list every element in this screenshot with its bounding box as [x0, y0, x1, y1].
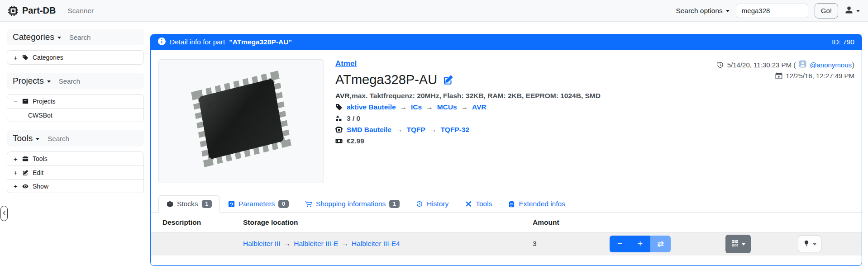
manufacturer-link[interactable]: Atmel — [335, 59, 357, 68]
storage-location-link[interactable]: Halbleiter III-E — [294, 240, 338, 248]
tree-item-tools[interactable]: + Tools — [7, 152, 143, 166]
tab-tools[interactable]: Tools — [457, 195, 500, 212]
stock-amount-value: 3 / 0 — [347, 114, 360, 123]
app-brand[interactable]: Part-DB — [8, 5, 56, 16]
category-breadcrumb: aktive Bauteile ICs MCUs AVR — [347, 103, 486, 111]
expand-toggle[interactable]: + — [13, 155, 18, 163]
box-icon — [167, 201, 173, 208]
shapes-icon — [335, 115, 343, 122]
tools-search-input[interactable] — [48, 135, 97, 142]
chevron-down-icon — [742, 243, 745, 246]
category-line: aktive Bauteile ICs MCUs AVR — [335, 103, 673, 111]
part-name-title: ATmega328P-AU — [335, 72, 437, 87]
user-menu-dropdown[interactable] — [844, 5, 860, 16]
collapse-toggle-minus[interactable]: − — [13, 98, 18, 105]
label-qr-dropdown-button[interactable] — [725, 235, 751, 253]
tools-tree: + Tools + Edit + Show — [7, 151, 144, 193]
archive-icon — [22, 98, 29, 104]
category-link[interactable]: ICs — [411, 103, 422, 111]
arrow-right-icon — [391, 126, 407, 134]
footprint-link[interactable]: TQFP — [407, 126, 425, 134]
projects-search-input[interactable] — [59, 77, 109, 85]
expand-toggle[interactable]: + — [13, 54, 18, 61]
stocks-table: Description Storage location Amount Halb… — [151, 213, 862, 255]
stock-row: Halbleiter III Halbleiter III-E Halbleit… — [151, 232, 862, 255]
cpu-logo-icon — [8, 6, 18, 16]
part-image[interactable] — [158, 59, 324, 183]
categories-panel-header: Categories — [7, 29, 144, 45]
footprint-link[interactable]: SMD Bauteile — [347, 126, 391, 134]
eye-icon — [22, 183, 29, 189]
storage-location-link[interactable]: Halbleiter III-E4 — [352, 240, 400, 248]
header-part-name: "ATmega328P-AU" — [229, 38, 291, 46]
table-header-row: Description Storage location Amount — [151, 213, 862, 232]
info-icon — [158, 38, 166, 47]
tools-title: Tools — [13, 133, 33, 143]
edit-icon — [22, 170, 29, 176]
arrow-right-icon — [338, 240, 352, 248]
price-value: €2.99 — [347, 137, 364, 145]
expand-toggle[interactable]: + — [13, 182, 18, 190]
footprint-line: SMD Bauteile TQFP TQFP-32 — [335, 126, 673, 134]
tree-item-projects[interactable]: − Projects — [7, 95, 143, 108]
tab-extended-infos[interactable]: Extended infos — [500, 195, 573, 212]
tools-mode-dropdown[interactable]: Tools — [13, 133, 39, 143]
tab-parameters[interactable]: Parameters 0 — [220, 195, 297, 212]
last-modified-value: 5/14/20, 11:30:23 PM ( — [727, 61, 796, 69]
modified-user-link[interactable]: @anonymous — [810, 61, 852, 69]
add-stock-button[interactable]: + — [630, 236, 650, 252]
storage-location-link[interactable]: Halbleiter III — [243, 240, 281, 248]
tree-item-cwsbot[interactable]: CWSBot — [7, 108, 143, 122]
move-stock-button[interactable] — [650, 236, 671, 252]
qr-code-icon — [731, 240, 739, 248]
tab-shopping-informations[interactable]: Shopping informations 1 — [297, 195, 408, 212]
part-tabs: Stocks 1 Parameters 0 Shopping informati… — [151, 195, 862, 213]
global-search-input[interactable] — [736, 4, 808, 18]
banknote-icon — [335, 137, 343, 145]
tree-item-categories[interactable]: + Categories — [7, 51, 143, 64]
chevron-left-icon — [2, 210, 6, 217]
footprint-link[interactable]: TQFP-32 — [440, 126, 469, 134]
footprint-breadcrumb: SMD Bauteile TQFP TQFP-32 — [347, 126, 469, 134]
categories-search-input[interactable] — [69, 33, 119, 41]
header-text: Detail info for part — [170, 38, 225, 46]
categories-mode-dropdown[interactable]: Categories — [13, 32, 61, 42]
edit-part-button[interactable] — [443, 75, 453, 85]
chevron-down-icon — [47, 80, 51, 83]
category-link[interactable]: AVR — [472, 103, 486, 111]
toolbox-icon — [22, 156, 29, 162]
part-detail-header: Detail info for part "ATmega328P-AU" ID:… — [151, 34, 862, 50]
tree-item-label: CWSBot — [28, 112, 52, 119]
tab-history[interactable]: History — [408, 195, 457, 212]
column-amount: Amount — [528, 213, 605, 232]
arrow-right-icon — [425, 126, 441, 134]
tab-label: Parameters — [238, 200, 275, 208]
tab-label: Tools — [476, 200, 492, 208]
tree-item-show[interactable]: + Show — [7, 179, 143, 193]
last-modified-paren: ) — [852, 61, 854, 69]
quantity-button-group: − + — [610, 236, 671, 252]
sidebar-collapse-button[interactable] — [0, 206, 8, 221]
lightbulb-icon — [803, 240, 810, 248]
nav-scanner-link[interactable]: Scanner — [67, 7, 94, 15]
chip-photo — [167, 65, 316, 178]
tab-label: Stocks — [177, 200, 198, 208]
column-storage-location: Storage location — [238, 213, 528, 232]
withdraw-stock-button[interactable]: − — [610, 236, 630, 252]
expand-toggle[interactable]: + — [13, 169, 18, 176]
led-locate-dropdown-button[interactable] — [798, 236, 821, 252]
search-go-button[interactable]: Go! — [815, 3, 838, 19]
tree-item-edit[interactable]: + Edit — [7, 166, 143, 179]
tab-stocks[interactable]: Stocks 1 — [158, 195, 220, 213]
tab-label: Shopping informations — [316, 200, 386, 208]
category-link[interactable]: MCUs — [437, 103, 457, 111]
top-navbar: Part-DB Scanner Search options Go! — [0, 0, 868, 22]
category-link[interactable]: aktive Bauteile — [347, 103, 396, 111]
app-title: Part-DB — [22, 5, 56, 16]
last-modified-line: 5/14/20, 11:30:23 PM ( @anonymous ) — [673, 60, 854, 69]
search-options-dropdown[interactable]: Search options — [676, 7, 729, 15]
column-description: Description — [151, 213, 238, 232]
avatar-icon — [799, 60, 806, 69]
created-line: 12/25/16, 12:27:49 PM — [673, 72, 854, 80]
projects-mode-dropdown[interactable]: Projects — [13, 76, 51, 86]
